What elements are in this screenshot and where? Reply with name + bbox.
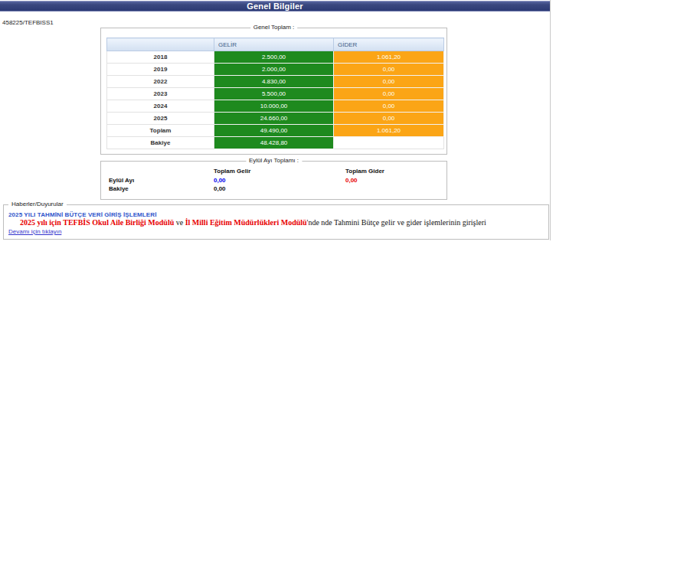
gider-cell: 0,00 (334, 64, 444, 76)
genel-toplam-legend: Genel Toplam : (250, 24, 298, 31)
gelir-cell: 10.000,00 (214, 100, 334, 113)
table-row: 2022 4.830,00 0,00 (107, 76, 444, 88)
eylul-ayi-fieldset: Eylül Ayı Toplamı : Toplam Gelir Toplam … (100, 161, 447, 200)
bakiye-value: 0,00 (214, 185, 345, 194)
table-row: 2019 2.000,00 0,00 (107, 64, 444, 76)
gelir-cell: 24.660,00 (214, 113, 334, 125)
table-header-row: GELİR GİDER (107, 38, 444, 51)
news-module-1: 2025 yılı için TEFBİS Okul Aile Birliği … (20, 218, 174, 227)
user-session-code: 458225/TEFBISS1 (2, 19, 54, 26)
eylul-gelir-value: 0,00 (214, 177, 345, 186)
eylul-gider-value: 0,00 (345, 177, 384, 186)
table-row: 2025 24.660,00 0,00 (107, 113, 444, 125)
total-gelir-cell: 49.490,00 (214, 125, 334, 137)
gider-cell: 0,00 (334, 76, 444, 88)
table-row: 2018 2.500,00 1.061,20 (107, 51, 444, 64)
spacer (345, 185, 384, 194)
total-label-cell: Toplam (107, 125, 214, 137)
year-cell: 2018 (107, 51, 214, 64)
gider-cell: 0,00 (334, 113, 444, 125)
news-module-2: İl Milli Eğitim Müdürlükleri Modülü (185, 218, 307, 227)
eylul-ayi-legend: Eylül Ayı Toplamı : (246, 157, 302, 164)
news-rest: 'nde nde Tahmini Bütçe gelir ve gider iş… (307, 218, 486, 227)
col-header-gider: GİDER (334, 38, 444, 51)
genel-toplam-fieldset: Genel Toplam : GELİR GİDER 2018 2.500,00… (100, 28, 447, 155)
gelir-cell: 2.500,00 (214, 51, 334, 64)
year-cell: 2024 (107, 100, 214, 113)
eylul-col-gider: Toplam Gider (345, 168, 384, 177)
table-row-total: Toplam 49.490,00 1.061,20 (107, 125, 444, 137)
haberler-legend: Haberler/Duyurular (8, 201, 67, 207)
content-pane: Genel Bilgiler 458225/TEFBISS1 Genel Top… (0, 0, 551, 240)
read-more-link[interactable]: Devamı için tıklayın (8, 228, 61, 235)
gider-cell: 1.061,20 (334, 51, 444, 64)
year-cell: 2019 (107, 64, 214, 76)
gelir-cell: 5.500,00 (214, 88, 334, 100)
balance-gider-cell (334, 137, 444, 149)
news-connector: ve (174, 218, 185, 227)
year-cell: 2025 (107, 113, 214, 125)
table-row: 2024 10.000,00 0,00 (107, 100, 444, 113)
genel-toplam-table: GELİR GİDER 2018 2.500,00 1.061,20 2019 … (106, 38, 444, 149)
total-gider-cell: 1.061,20 (334, 125, 444, 137)
year-cell: 2022 (107, 76, 214, 88)
col-header-year (107, 38, 214, 51)
gelir-cell: 4.830,00 (214, 76, 334, 88)
page-title: Genel Bilgiler (247, 2, 303, 11)
year-cell: 2023 (107, 88, 214, 100)
gider-cell: 0,00 (334, 100, 444, 113)
col-header-gelir: GELİR (214, 38, 334, 51)
haberler-fieldset: Haberler/Duyurular 2025 YILI TAHMİNİ BÜT… (3, 204, 549, 240)
eylul-row-label: Eylül Ayı (109, 177, 214, 186)
balance-label-cell: Bakiye (107, 137, 214, 149)
gider-cell: 0,00 (334, 88, 444, 100)
bakiye-row-label: Bakiye (109, 185, 214, 194)
spacer (109, 168, 214, 177)
news-headline: 2025 YILI TAHMİNİ BÜTÇE VERİ GİRİŞ İŞLEM… (8, 211, 156, 218)
tefbis-page: Genel Bilgiler 458225/TEFBISS1 Genel Top… (0, 0, 700, 588)
balance-gelir-cell: 48.428,80 (214, 137, 334, 149)
table-row-balance: Bakiye 48.428,80 (107, 137, 444, 149)
eylul-col-gelir: Toplam Gelir (214, 168, 345, 177)
news-body-line: 2025 yılı için TEFBİS Okul Aile Birliği … (20, 218, 486, 227)
eylul-ayi-grid: Toplam Gelir Toplam Gider Eylül Ayı 0,00… (109, 168, 384, 194)
gelir-cell: 2.000,00 (214, 64, 334, 76)
page-title-bar: Genel Bilgiler (0, 1, 550, 11)
table-row: 2023 5.500,00 0,00 (107, 88, 444, 100)
